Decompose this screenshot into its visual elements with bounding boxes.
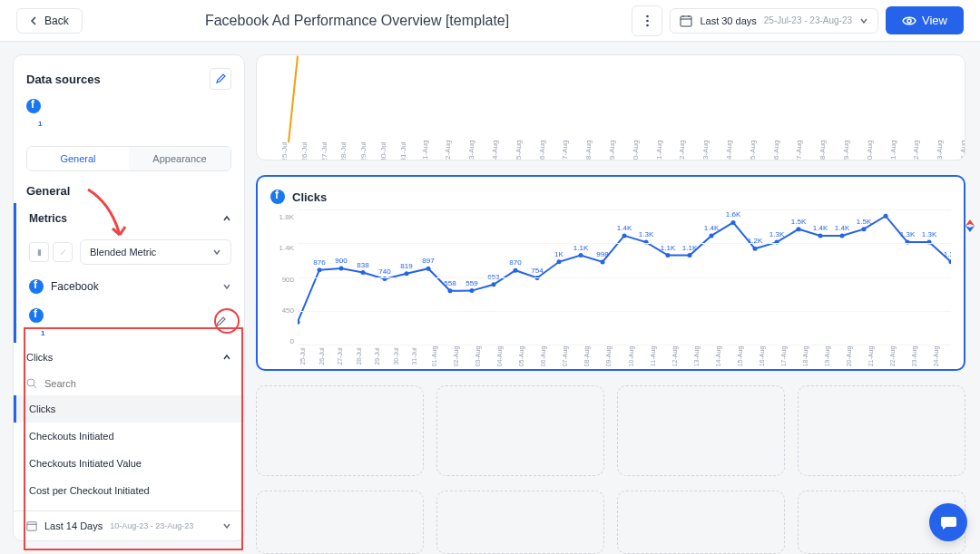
general-section-title: General xyxy=(14,171,244,203)
source-badge: 1 xyxy=(38,120,42,128)
facebook-icon xyxy=(29,308,44,323)
empty-row-1 xyxy=(256,385,965,476)
back-button[interactable]: Back xyxy=(16,8,83,34)
chart-title: Clicks xyxy=(292,190,327,204)
empty-widget[interactable] xyxy=(256,385,424,476)
chevron-up-icon xyxy=(222,214,231,223)
clicks-chart-card[interactable]: Clicks 1.8K1.4K9004500 87690083874081989… xyxy=(256,175,965,371)
more-button[interactable] xyxy=(632,5,662,36)
top-chart-strip: 25-Jul26-Jul27-Jul28-Jul29-Jul30-Jul31-J… xyxy=(256,54,965,160)
plot-area: 8769008387408198975585596538707541K1.1K9… xyxy=(298,209,951,364)
metric-dropdown-label: Clicks xyxy=(26,352,53,363)
search-icon xyxy=(26,378,37,389)
chevron-left-icon xyxy=(30,16,39,25)
svg-point-2 xyxy=(646,24,649,26)
search-input[interactable] xyxy=(43,377,231,390)
metric-option[interactable]: Checkouts Initiated xyxy=(14,423,244,450)
app-switcher-icon[interactable] xyxy=(962,218,980,237)
metric-options-list[interactable]: Clicks Checkouts Initiated Checkouts Ini… xyxy=(14,395,244,510)
date-label: Last 30 days xyxy=(700,15,756,26)
empty-row-2 xyxy=(256,491,965,554)
eye-icon xyxy=(902,15,916,26)
edit-metric-button[interactable] xyxy=(210,311,231,333)
metrics-header[interactable]: Metrics xyxy=(14,203,244,232)
pencil-icon xyxy=(215,73,226,84)
source-badge: 1 xyxy=(41,329,44,337)
empty-widget[interactable] xyxy=(617,491,785,554)
svg-rect-6 xyxy=(27,522,36,530)
svg-point-4 xyxy=(907,19,911,23)
calendar-icon xyxy=(26,520,37,531)
svg-point-1 xyxy=(646,19,649,22)
metric-option[interactable]: Cost per Checkout Initiated xyxy=(14,477,244,504)
chart-type-toggle[interactable]: ▮ ⟋ xyxy=(29,242,73,262)
chat-icon xyxy=(939,513,957,531)
partial-line-icon xyxy=(288,55,299,142)
metric-search xyxy=(14,372,244,395)
x-axis: 25-Jul26-Jul27-Jul28-Jul29-Jul30-Jul31-J… xyxy=(298,349,951,364)
bottom-date-label: Last 14 Days xyxy=(44,520,103,531)
y-axis: 1.8K1.4K9004500 xyxy=(270,209,298,364)
tab-appearance[interactable]: Appearance xyxy=(129,147,230,170)
date-range-text: 25-Jul-23 - 23-Aug-23 xyxy=(764,15,852,25)
svg-point-5 xyxy=(27,379,34,386)
config-tabs: General Appearance xyxy=(26,146,231,171)
metric-option[interactable]: Checkouts Initiated Value xyxy=(14,450,244,477)
line-preview-icon: ⟋ xyxy=(53,242,73,262)
empty-widget[interactable] xyxy=(436,491,604,554)
chevron-down-icon xyxy=(222,282,231,291)
svg-rect-3 xyxy=(681,16,691,26)
chevron-down-icon xyxy=(859,16,868,25)
tab-general[interactable]: General xyxy=(27,147,129,170)
bottom-date-range: 10-Aug-23 - 23-Aug-23 xyxy=(110,521,193,530)
topbar: Back Facebook Ad Performance Overview [t… xyxy=(0,0,980,42)
edit-sources-button[interactable] xyxy=(210,68,231,90)
empty-widget[interactable] xyxy=(617,385,785,476)
pencil-icon xyxy=(215,316,226,327)
metric-dropdown-header[interactable]: Clicks xyxy=(14,343,244,372)
facebook-icon xyxy=(270,190,285,204)
empty-widget[interactable] xyxy=(256,491,424,554)
metric-option[interactable]: Clicks xyxy=(14,395,244,423)
view-button[interactable]: View xyxy=(886,6,964,34)
chevron-down-icon xyxy=(212,248,221,257)
topbar-actions: Last 30 days 25-Jul-23 - 23-Aug-23 View xyxy=(632,5,964,36)
page-title: Facebook Ad Performance Overview [templa… xyxy=(93,13,622,29)
sidebar: Data sources 1 General Appearance Genera… xyxy=(0,42,245,554)
help-chat-button[interactable] xyxy=(929,503,967,541)
view-label: View xyxy=(922,14,947,27)
facebook-source-label: Facebook xyxy=(51,280,215,293)
gridlines xyxy=(298,209,951,345)
facebook-icon xyxy=(29,279,44,294)
chevron-up-icon xyxy=(222,353,231,362)
empty-widget[interactable] xyxy=(798,385,965,476)
facebook-icon xyxy=(26,99,41,113)
chevron-down-icon xyxy=(222,521,231,530)
metrics-label: Metrics xyxy=(29,212,67,225)
back-label: Back xyxy=(44,15,69,27)
bar-preview-icon: ▮ xyxy=(29,242,49,262)
comparison-date-select[interactable]: Last 14 Days 10-Aug-23 - 23-Aug-23 xyxy=(14,510,244,540)
blended-metric-select[interactable]: Blended Metric xyxy=(80,239,231,265)
kebab-icon xyxy=(646,15,649,27)
metric-option[interactable]: Outbound Clicks xyxy=(14,504,244,510)
blended-label: Blended Metric xyxy=(90,247,156,258)
data-sources-title: Data sources xyxy=(26,73,101,86)
calendar-icon xyxy=(680,15,692,27)
svg-point-0 xyxy=(646,15,649,17)
date-range-button[interactable]: Last 30 days 25-Jul-23 - 23-Aug-23 xyxy=(670,8,878,34)
empty-widget[interactable] xyxy=(436,385,604,476)
main-canvas: 25-Jul26-Jul27-Jul28-Jul29-Jul30-Jul31-J… xyxy=(245,42,980,554)
top-strip-x-axis: 25-Jul26-Jul27-Jul28-Jul29-Jul30-Jul31-J… xyxy=(275,148,957,156)
